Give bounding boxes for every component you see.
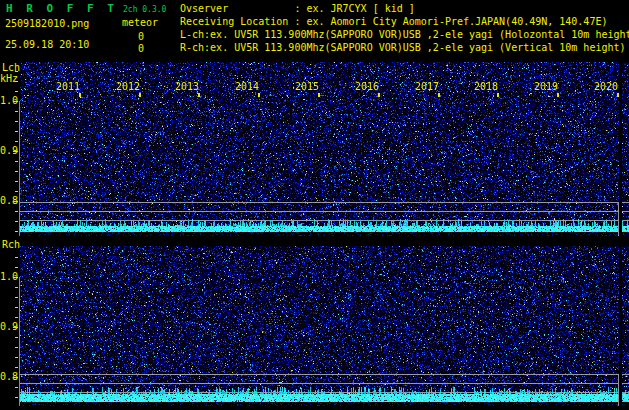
freq-label: 1.0 — [0, 272, 14, 282]
freq-minor-tick — [15, 357, 18, 358]
freq-minor-tick — [15, 191, 18, 192]
mode-label: meteor — [122, 17, 158, 28]
freq-label: 0.9 — [0, 146, 14, 156]
time-tick — [497, 93, 499, 97]
time-tick — [79, 93, 81, 97]
output-filename: 2509182010.png — [5, 18, 89, 29]
freq-minor-tick — [15, 257, 18, 258]
freq-minor-tick — [15, 131, 18, 132]
time-label: 2020 — [592, 82, 618, 92]
hrofft-window: H R O F F T 2ch 0.3.0 2509182010.png met… — [0, 0, 629, 410]
rch-rig-line: R-ch:ex. UV5R 113.900Mhz(SAPPORO VOR)USB… — [180, 41, 629, 54]
time-label: 2014 — [233, 82, 259, 92]
freq-minor-tick — [15, 397, 18, 398]
rch-axis-line — [19, 277, 20, 406]
time-tick — [617, 93, 619, 97]
time-label: 2019 — [532, 82, 558, 92]
rch-spectrogram — [20, 246, 629, 406]
freq-minor-tick — [15, 231, 18, 232]
time-tick — [378, 93, 380, 97]
time-label: 2016 — [353, 82, 379, 92]
time-tick — [198, 93, 200, 97]
time-label: 2011 — [54, 82, 80, 92]
lch-rig-line: L-ch:ex. UV5R 113.900Mhz(SAPPORO VOR)USB… — [180, 28, 629, 41]
freq-major-tick — [13, 201, 18, 202]
time-label: 2012 — [114, 82, 140, 92]
time-tick — [557, 93, 559, 97]
time-label: 2015 — [293, 82, 319, 92]
freq-major-tick — [13, 327, 18, 328]
freq-minor-tick — [15, 171, 18, 172]
freq-minor-tick — [15, 287, 18, 288]
time-label: 2017 — [413, 82, 439, 92]
freq-minor-tick — [15, 161, 18, 162]
time-tick — [258, 93, 260, 97]
app-title: H R O F F T — [6, 3, 117, 15]
freq-major-tick — [13, 151, 18, 152]
freq-minor-tick — [15, 181, 18, 182]
freq-minor-tick — [15, 347, 18, 348]
freq-minor-tick — [15, 367, 18, 368]
freq-minor-tick — [15, 121, 18, 122]
freq-major-tick — [13, 377, 18, 378]
freq-minor-tick — [15, 71, 18, 72]
freq-minor-tick — [15, 141, 18, 142]
freq-label: 0.9 — [0, 322, 14, 332]
freq-minor-tick — [15, 307, 18, 308]
freq-minor-tick — [15, 211, 18, 212]
time-tick — [318, 93, 320, 97]
freq-minor-tick — [15, 317, 18, 318]
time-tick — [438, 93, 440, 97]
time-label: 2013 — [173, 82, 199, 92]
freq-minor-tick — [15, 267, 18, 268]
freq-minor-tick — [15, 91, 18, 92]
freq-minor-tick — [15, 81, 18, 82]
khz-unit-label: kHz — [0, 73, 18, 84]
time-label: 2018 — [472, 82, 498, 92]
time-tick — [139, 93, 141, 97]
freq-minor-tick — [15, 387, 18, 388]
lch-axis-line — [19, 101, 20, 236]
location-line: Receiving Location : ex. Aomori City Aom… — [180, 15, 629, 28]
freq-major-tick — [13, 101, 18, 102]
station-info-block: Ovserver : ex. JR7CYX [ kid ] Receiving … — [180, 2, 629, 54]
freq-label: 0.8 — [0, 372, 14, 382]
observer-line: Ovserver : ex. JR7CYX [ kid ] — [180, 2, 629, 15]
freq-label: 1.0 — [0, 96, 14, 106]
freq-minor-tick — [15, 221, 18, 222]
echo-count-rch: 0 — [138, 43, 144, 54]
rch-axis-label: Rch — [2, 239, 20, 250]
datetime-label: 25.09.18 20:10 — [5, 39, 89, 50]
freq-major-tick — [13, 277, 18, 278]
freq-label: 0.8 — [0, 196, 14, 206]
app-version: 2ch 0.3.0 — [123, 5, 166, 14]
freq-minor-tick — [15, 111, 18, 112]
freq-minor-tick — [15, 337, 18, 338]
echo-count-lch: 0 — [138, 31, 144, 42]
freq-minor-tick — [15, 297, 18, 298]
